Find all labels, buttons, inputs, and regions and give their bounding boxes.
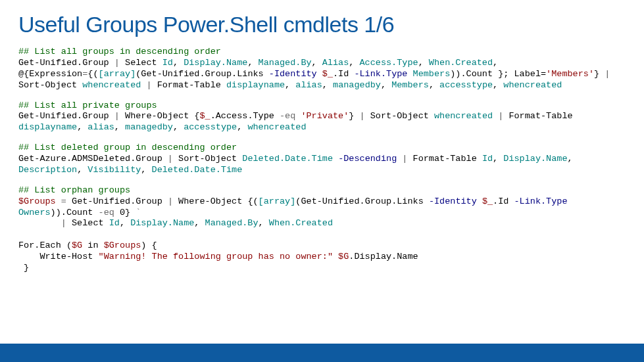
code-token: -Link.Type bbox=[354, 69, 412, 79]
code-token: , bbox=[237, 122, 247, 132]
code-token: .Access.Type bbox=[211, 111, 280, 121]
code-token: Deleted.Date.Time bbox=[242, 154, 333, 164]
code-token: | bbox=[168, 196, 173, 206]
code-token: )).Count bbox=[51, 208, 99, 217]
code-token: Deleted.Date.Time bbox=[152, 165, 243, 175]
code-token: | bbox=[168, 154, 173, 164]
code-token: Access.Type bbox=[360, 58, 418, 68]
code-token: , bbox=[349, 58, 359, 68]
code-token: Where-Object {( bbox=[173, 196, 259, 206]
code-token: = bbox=[61, 196, 66, 206]
code-token: 'Private' bbox=[301, 111, 349, 121]
code-comment: ## List deleted group in descending orde… bbox=[18, 143, 237, 152]
code-token: | bbox=[605, 69, 610, 79]
code-token: , bbox=[120, 218, 130, 228]
code-token: displayname bbox=[226, 80, 285, 90]
code-token: $Groups bbox=[18, 196, 56, 206]
code-token: | bbox=[114, 58, 120, 68]
code-token: Managed.By bbox=[259, 58, 312, 68]
code-token: alias bbox=[87, 122, 114, 132]
code-token: -Identity bbox=[269, 69, 322, 79]
code-token: Members bbox=[413, 69, 451, 79]
code-token: , bbox=[173, 58, 184, 68]
code-token: , bbox=[418, 58, 429, 68]
code-token: accesstype bbox=[184, 122, 237, 132]
code-token: When.Created bbox=[269, 218, 333, 228]
code-token: , bbox=[381, 80, 391, 90]
code-token: whencreated bbox=[434, 111, 493, 121]
code-token: -eq bbox=[99, 208, 120, 217]
code-token: .Id bbox=[333, 69, 354, 79]
code-token: Format-Table bbox=[407, 154, 482, 164]
code-token: For.Each ( bbox=[18, 240, 72, 250]
code-token: Id bbox=[109, 218, 120, 228]
code-token: Description bbox=[18, 165, 77, 175]
slide-title: Useful Groups Power.Shell cmdlets 1/6 bbox=[18, 12, 626, 37]
code-token: | bbox=[114, 111, 120, 121]
code-token bbox=[333, 252, 338, 261]
code-token: (Get-Unified.Group.Links bbox=[295, 196, 429, 206]
code-token: , bbox=[259, 218, 269, 228]
code-token: , bbox=[568, 154, 573, 164]
code-token: Id bbox=[162, 58, 173, 68]
code-comment: ## List orphan groups bbox=[18, 185, 130, 195]
code-token: } bbox=[594, 69, 605, 79]
code-token: )).Count }; Label= bbox=[450, 69, 546, 79]
code-token: $G bbox=[338, 252, 349, 261]
code-token: Sort-Object bbox=[18, 80, 82, 90]
code-token: When.Created bbox=[429, 58, 493, 68]
bottom-bar bbox=[0, 344, 644, 362]
code-token: , bbox=[285, 80, 295, 90]
code-token: Managed.By bbox=[205, 218, 259, 228]
code-token: Owners bbox=[18, 208, 51, 217]
code-token: Display.Name bbox=[130, 218, 194, 228]
code-token: alias bbox=[295, 80, 322, 90]
code-block: ## List all groups in descending order G… bbox=[18, 47, 626, 274]
code-token: , bbox=[493, 80, 503, 90]
code-token: 'Members' bbox=[546, 69, 594, 79]
code-token: managedby bbox=[333, 80, 381, 90]
code-token bbox=[333, 154, 338, 164]
code-token bbox=[56, 196, 61, 206]
code-token: Members bbox=[391, 80, 429, 90]
code-token: Id bbox=[482, 154, 493, 164]
code-token: | bbox=[146, 80, 151, 90]
code-token: $_ bbox=[199, 111, 210, 121]
code-token: , bbox=[141, 165, 151, 175]
code-token: | bbox=[61, 218, 66, 228]
code-token: whencreated bbox=[503, 80, 562, 90]
code-token: , bbox=[429, 80, 439, 90]
code-token bbox=[493, 111, 498, 121]
code-token: Format-Table bbox=[503, 111, 572, 121]
code-token: Get-Azure.ADMSDeleted.Group bbox=[18, 154, 168, 164]
code-token: Display.Name bbox=[184, 58, 247, 68]
code-token: whencreated bbox=[82, 80, 141, 90]
code-token: ` bbox=[136, 208, 141, 217]
code-token: managedby bbox=[125, 122, 173, 132]
code-token: , bbox=[312, 58, 322, 68]
code-token: , bbox=[493, 58, 498, 68]
code-token: , bbox=[77, 122, 87, 132]
code-comment: ## List all groups in descending order bbox=[18, 47, 221, 57]
code-token: Where-Object { bbox=[120, 111, 200, 121]
code-token: Get-Unified.Group bbox=[18, 58, 114, 68]
code-token: Display.Name bbox=[503, 154, 567, 164]
code-token: Sort-Object bbox=[173, 154, 242, 164]
code-token: "Warning! The following group has no own… bbox=[99, 252, 333, 261]
code-token: } bbox=[349, 111, 359, 121]
code-section: ## List orphan groups $Groups = Get-Unif… bbox=[18, 185, 626, 274]
code-token: $_ bbox=[482, 196, 493, 206]
code-token: Sort-Object bbox=[365, 111, 434, 121]
code-token: -Identity bbox=[429, 196, 482, 206]
slide: Useful Groups Power.Shell cmdlets 1/6 ##… bbox=[0, 0, 644, 274]
code-section: ## List all private groups Get-Unified.G… bbox=[18, 101, 626, 134]
code-token: [array] bbox=[99, 69, 136, 79]
code-token: Get-Unified.Group bbox=[18, 111, 114, 121]
code-token: , bbox=[77, 165, 87, 175]
code-token: -Descending bbox=[338, 154, 402, 164]
code-section: ## List deleted group in descending orde… bbox=[18, 143, 626, 176]
code-token: 0} bbox=[120, 208, 136, 217]
code-token: Get-Unified.Group bbox=[66, 196, 168, 206]
code-token: accesstype bbox=[439, 80, 493, 90]
code-token bbox=[18, 218, 61, 228]
